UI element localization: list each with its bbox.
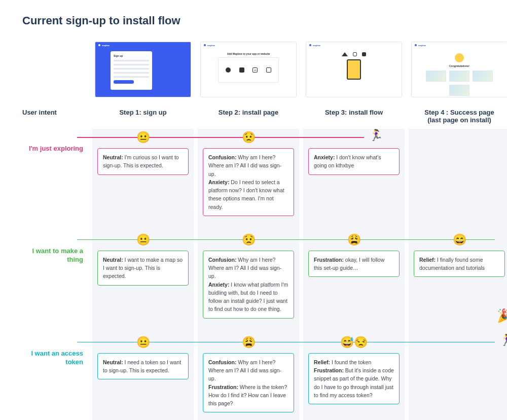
thumb-step4: mapbox Congratulations! [409, 42, 507, 102]
user-intent-header: User intent [22, 102, 88, 129]
emotion-text: I found the token [330, 359, 371, 365]
cell-token-step2: 😩Confusion: Why am I here? Where am I? A… [198, 334, 299, 420]
cell-make-step4: 😄Relief: I finally found some documentat… [409, 231, 507, 328]
cell-token-step1: 😐Neutral: I need a token so I want to si… [92, 334, 194, 420]
emotion-label: Confusion: [208, 257, 236, 263]
step-4-sublabel: (last page on install) [411, 116, 507, 124]
cell-make-step3: 😩Frustration: okay, I will follow this s… [303, 231, 405, 328]
emotion-card: Neutral: I want to make a map so I want … [97, 251, 189, 286]
emotion-label: Neutral: [103, 359, 123, 365]
emotion-emoji: 😅😒 [340, 336, 368, 349]
emotion-label: Frustration: [314, 367, 344, 373]
persona-label-token: I want an access token [22, 334, 88, 420]
emotion-card: Neutral: I need a token so I want to sig… [97, 353, 189, 380]
thumb-signup-title: Sign up [114, 54, 149, 57]
emotion-label: Anxiety: [314, 154, 335, 160]
emotion-label: Relief: [314, 359, 330, 365]
confetti-icon: 🎉 [497, 308, 507, 324]
step-3-header: Step 3: install flow [303, 102, 405, 129]
page-title: Current sign-up to install flow [22, 14, 485, 27]
emotion-emoji: 😐 [136, 131, 150, 144]
emotion-card: Neutral: I'm curious so I want to sign-u… [97, 148, 189, 175]
emotion-card: Confusion: Why am I here? Where am I? Al… [203, 148, 294, 216]
emotion-emoji: 😐 [136, 233, 150, 247]
cell-token-step4 [409, 334, 507, 420]
emotion-emoji: 😩 [242, 336, 256, 349]
journey-grid: mapbox Sign up mapbox Add Mapbox to your… [22, 42, 485, 420]
thumb-step2: mapbox Add Mapbox to your app or website… [198, 42, 299, 102]
emotion-label: Neutral: [103, 154, 123, 160]
thumb-header: mapbox [95, 42, 191, 48]
step-4-header: Step 4 : Success page (last page on inst… [409, 102, 507, 129]
emotion-label: Frustration: [314, 257, 344, 263]
emotion-emoji: 😄 [453, 233, 466, 247]
runner-icon: 🏃‍♀️ [369, 129, 383, 142]
cell-token-step3: 😅😒Relief: I found the tokenFrustration: … [303, 334, 405, 420]
thumb-congrats-title: Congratulations! [449, 64, 469, 67]
step-2-header: Step 2: install page [198, 102, 299, 129]
cell-make-step1: 😐Neutral: I want to make a map so I want… [92, 231, 194, 328]
thumb-step3: mapbox [303, 42, 405, 102]
emotion-label: Anxiety: [208, 282, 229, 288]
cell-exploring-step4 [409, 129, 507, 225]
emotion-emoji: 😟 [242, 233, 256, 247]
thumb-install-title: Add Mapbox to your app or website [227, 52, 270, 55]
persona-label-exploring: I'm just exploring [22, 129, 88, 225]
emotion-card: Frustration: okay, I will follow this se… [308, 251, 400, 277]
emotion-label: Neutral: [103, 257, 123, 263]
emotion-card: Anxiety: I don't know what's going on kt… [308, 148, 400, 175]
emotion-label: Confusion: [208, 359, 236, 365]
emotion-card: Relief: I found the tokenFrustration: Bu… [308, 353, 400, 404]
thumb-step1: mapbox Sign up [92, 42, 194, 102]
emotion-label: Anxiety: [208, 179, 229, 185]
cell-exploring-step2: 😟Confusion: Why am I here? Where am I? A… [198, 129, 299, 225]
emotion-emoji: 😐 [136, 336, 150, 349]
emotion-card: Confusion: Why am I here? Where am I? Al… [203, 353, 294, 413]
emotion-card: Confusion: Why am I here? Where am I? Al… [203, 251, 294, 319]
runner-icon: 🏃‍♀️ [500, 334, 507, 347]
step-1-header: Step 1: sign up [92, 102, 194, 129]
persona-label-make: I want to make a thing [22, 231, 88, 328]
emotion-label: Frustration: [208, 384, 238, 390]
emotion-label: Confusion: [208, 154, 236, 160]
spacer [22, 42, 88, 102]
cell-make-step2: 😟Confusion: Why am I here? Where am I? A… [198, 231, 299, 328]
emotion-label: Relief: [419, 257, 436, 263]
emotion-emoji: 😟 [242, 131, 256, 144]
cell-exploring-step1: 😐Neutral: I'm curious so I want to sign-… [92, 129, 194, 225]
emotion-card: Relief: I finally found some documentati… [414, 251, 505, 277]
emotion-emoji: 😩 [347, 233, 361, 247]
cell-exploring-step3: Anxiety: I don't know what's going on kt… [303, 129, 405, 225]
journey-line-exploring [77, 137, 364, 138]
step-4-label: Step 4 : Success page [424, 109, 494, 116]
